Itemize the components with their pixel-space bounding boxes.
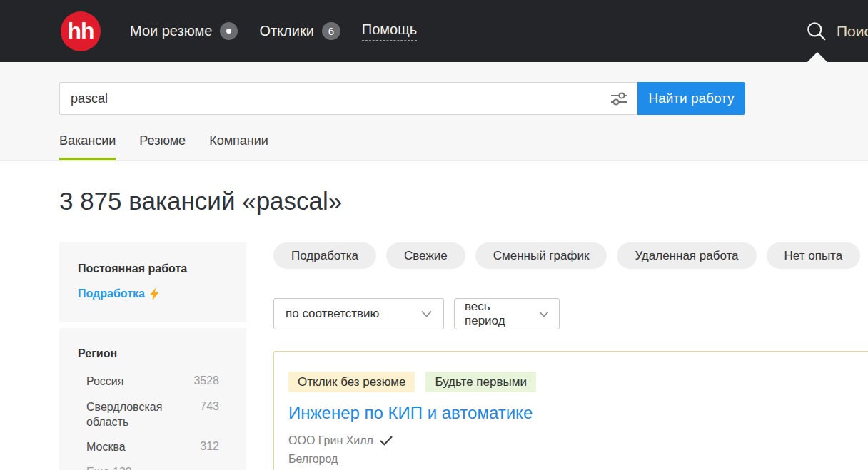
top-nav-bar: hh Мои резюме Отклики 6 Помощь Поиск bbox=[0, 0, 868, 62]
vacancy-company-link[interactable]: ООО Грин Хилл bbox=[288, 434, 373, 447]
content-area: Постоянная работа Подработка Регион Росс… bbox=[59, 242, 868, 470]
badge-apply-without-resume: Отклик без резюме bbox=[288, 372, 415, 392]
search-row: Найти работу bbox=[59, 82, 868, 115]
tab-companies[interactable]: Компании bbox=[209, 133, 268, 160]
employment-filter-panel: Постоянная работа Подработка bbox=[59, 242, 246, 322]
nav-my-resumes[interactable]: Мои резюме bbox=[130, 22, 238, 40]
region-filter-panel: Регион Россия 3528 Свердловская область … bbox=[59, 328, 246, 470]
region-item-moscow[interactable]: Москва 312 bbox=[78, 440, 228, 455]
vacancy-title-link[interactable]: Инженер по КИП и автоматике bbox=[288, 403, 533, 423]
filter-part-time-link[interactable]: Подработка bbox=[78, 287, 145, 300]
notification-dot-badge bbox=[220, 22, 238, 40]
find-job-button[interactable]: Найти работу bbox=[637, 82, 745, 115]
region-count: 312 bbox=[200, 440, 219, 453]
search-panel: Найти работу Вакансии Резюме Компании bbox=[0, 62, 868, 161]
filter-part-time-row[interactable]: Подработка bbox=[78, 287, 232, 300]
sort-by-select[interactable]: по соответствию bbox=[273, 298, 444, 329]
results-heading: 3 875 вакансий «pascal» bbox=[59, 187, 868, 215]
lightning-icon bbox=[150, 287, 159, 300]
tab-vacancies[interactable]: Вакансии bbox=[59, 133, 116, 160]
vacancy-card: Отклик без резюме Будьте первыми Инженер… bbox=[273, 351, 868, 470]
nav-my-resumes-label: Мои резюме bbox=[130, 23, 212, 39]
vacancy-badges: Отклик без резюме Будьте первыми bbox=[288, 372, 868, 392]
region-item-russia[interactable]: Россия 3528 bbox=[78, 374, 228, 389]
region-count: 3528 bbox=[193, 374, 219, 387]
tab-resumes[interactable]: Резюме bbox=[139, 133, 186, 160]
main-nav: Мои резюме Отклики 6 Помощь bbox=[130, 21, 417, 41]
chip-shift-schedule[interactable]: Сменный график bbox=[475, 242, 607, 269]
search-input-wrap bbox=[59, 82, 637, 115]
verified-check-icon bbox=[380, 436, 393, 446]
region-label[interactable]: Россия bbox=[86, 374, 123, 389]
region-list: Россия 3528 Свердловская область 743 Мос… bbox=[78, 374, 228, 455]
region-item-sverdlovsk[interactable]: Свердловская область 743 bbox=[78, 400, 228, 430]
sorting-row: по соответствию весь период bbox=[273, 298, 868, 329]
responses-count-badge: 6 bbox=[322, 22, 340, 40]
nav-help[interactable]: Помощь bbox=[362, 21, 417, 41]
region-count: 743 bbox=[200, 400, 219, 413]
chip-remote-work[interactable]: Удаленная работа bbox=[617, 242, 756, 269]
search-tabs: Вакансии Резюме Компании bbox=[59, 133, 868, 160]
chip-part-time[interactable]: Подработка bbox=[273, 242, 376, 269]
hh-logo[interactable]: hh bbox=[61, 11, 101, 51]
vacancy-location: Белгород bbox=[288, 453, 868, 466]
nav-responses[interactable]: Отклики 6 bbox=[259, 22, 340, 40]
chevron-down-icon bbox=[421, 310, 432, 317]
vacancy-company-row: ООО Грин Хилл bbox=[288, 434, 868, 447]
chip-fresh[interactable]: Свежие bbox=[386, 242, 465, 269]
quick-filter-chips: Подработка Свежие Сменный график Удаленн… bbox=[273, 242, 868, 269]
region-more-link[interactable]: Еще 139 bbox=[78, 466, 228, 470]
sidebar-divider bbox=[59, 322, 246, 328]
badge-be-first: Будьте первыми bbox=[425, 372, 536, 392]
search-input[interactable] bbox=[59, 82, 637, 115]
region-label[interactable]: Москва bbox=[86, 440, 126, 455]
search-icon bbox=[805, 20, 827, 42]
region-label[interactable]: Свердловская область bbox=[86, 400, 181, 430]
nav-help-label: Помощь bbox=[362, 21, 417, 41]
panel-arrow-up bbox=[807, 52, 827, 62]
results-column: Подработка Свежие Сменный график Удаленн… bbox=[273, 242, 868, 470]
hh-logo-text: hh bbox=[67, 18, 94, 44]
region-filter-title: Регион bbox=[78, 347, 228, 360]
period-value: весь период bbox=[465, 300, 533, 328]
nav-responses-label: Отклики bbox=[259, 23, 313, 39]
filters-sidebar: Постоянная работа Подработка Регион Росс… bbox=[59, 242, 246, 470]
sort-by-value: по соответствию bbox=[286, 307, 379, 321]
filter-permanent-work[interactable]: Постоянная работа bbox=[78, 262, 232, 275]
chevron-down-icon bbox=[539, 311, 549, 317]
advanced-filters-icon[interactable] bbox=[610, 90, 628, 107]
chip-no-experience[interactable]: Нет опыта bbox=[767, 242, 861, 269]
header-search-label: Поиск bbox=[837, 23, 868, 40]
period-select[interactable]: весь период bbox=[454, 298, 560, 329]
